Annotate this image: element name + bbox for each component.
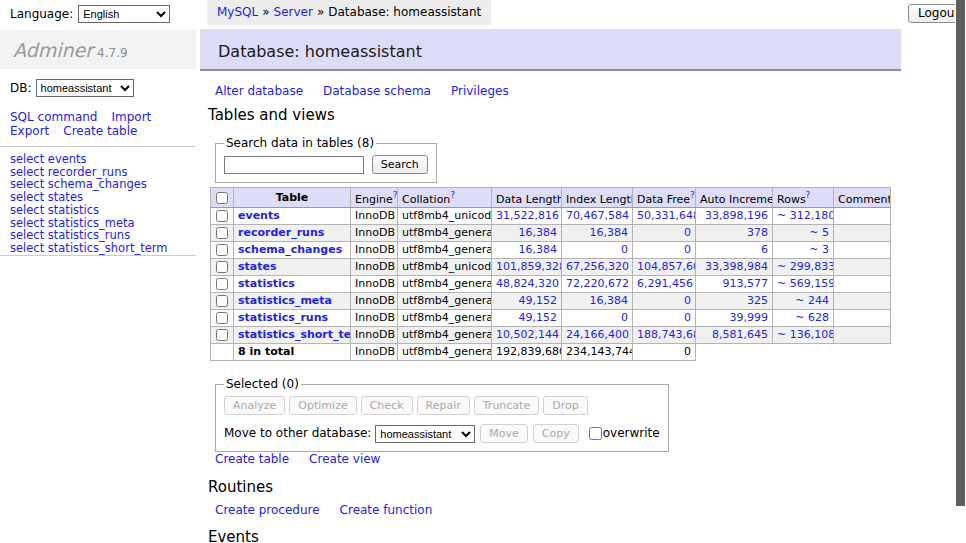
table-name-link[interactable]: schema_changes [238,243,342,256]
sidebar-link-import[interactable]: Import [111,110,151,124]
rows-link[interactable]: ~ 3 [809,243,829,256]
sidebar-select-link[interactable]: select statistics [10,204,167,217]
index-length-link[interactable]: 24,166,400 [566,328,629,341]
alter-database-link[interactable]: Alter database [215,84,303,98]
rows-link[interactable]: ~ 628 [795,311,829,324]
rows-link[interactable]: ~ 244 [795,294,829,307]
truncate-button[interactable]: Truncate [474,396,539,415]
sidebar-select-link[interactable]: select states [10,191,167,204]
auto-increment-link[interactable]: 6 [761,243,768,256]
auto-increment-link[interactable]: 913,577 [723,277,769,290]
table-name-link[interactable]: statistics_short_term [238,328,351,341]
collation-cell: utf8mb4_unicode_ci [398,207,492,224]
data-free-link[interactable]: 50,331,648 [637,209,696,222]
table-name-link[interactable]: statistics_meta [238,294,332,307]
index-length-link[interactable]: 67,256,320 [566,260,629,273]
total-engine: InnoDB [351,343,398,360]
sidebar-select-link[interactable]: select events [10,153,167,166]
copy-button[interactable]: Copy [533,424,579,443]
create-procedure-link[interactable]: Create procedure [215,503,320,517]
index-length-link[interactable]: 16,384 [590,226,629,239]
db-select[interactable]: homeassistant [36,79,134,97]
table-name-link[interactable]: statistics [238,277,295,290]
create-function-link[interactable]: Create function [340,503,433,517]
search-input[interactable] [224,156,364,174]
data-length-link[interactable]: 10,502,144 [496,328,559,341]
data-length-link[interactable]: 49,152 [519,311,558,324]
data-free-hint-link[interactable]: ? [690,190,695,200]
row-checkbox[interactable] [216,244,228,256]
auto-increment-link[interactable]: 325 [747,294,768,307]
search-button[interactable]: Search [372,155,428,174]
data-free-link[interactable]: 0 [684,243,691,256]
auto-increment-link[interactable]: 378 [747,226,768,239]
index-length-link[interactable]: 0 [621,311,628,324]
row-checkbox[interactable] [216,312,228,324]
breadcrumb-mysql-link[interactable]: MySQL [217,5,258,19]
index-length-link[interactable]: 72,220,672 [566,277,629,290]
index-length-link[interactable]: 70,467,584 [566,209,629,222]
collation-hint-link[interactable]: ? [450,190,455,200]
optimize-button[interactable]: Optimize [289,396,356,415]
data-free-link[interactable]: 0 [684,294,691,307]
auto-increment-link[interactable]: 39,999 [730,311,769,324]
rows-link[interactable]: ~ 299,833 [777,260,834,273]
table-name-link[interactable]: statistics_runs [238,311,328,324]
rows-hint-link[interactable]: ? [806,190,811,200]
rows-link[interactable]: ~ 136,108 [777,328,834,341]
data-free-link[interactable]: 0 [684,226,691,239]
index-length-link[interactable]: 0 [621,243,628,256]
data-length-link[interactable]: 49,152 [519,294,558,307]
data-free-link[interactable]: 0 [684,311,691,324]
privileges-link[interactable]: Privileges [451,84,509,98]
data-length-link[interactable]: 101,859,328 [496,260,562,273]
row-checkbox[interactable] [216,329,228,341]
repair-button[interactable]: Repair [417,396,470,415]
data-length-link[interactable]: 16,384 [519,226,558,239]
data-free-link[interactable]: 188,743,680 [637,328,696,341]
create-view-link[interactable]: Create view [309,452,380,466]
row-checkbox[interactable] [216,261,228,273]
move-database-select[interactable]: homeassistant [375,425,475,443]
move-button[interactable]: Move [480,424,528,443]
sidebar-link-create-table[interactable]: Create table [63,124,137,138]
index-length-link[interactable]: 16,384 [590,294,629,307]
table-name-link[interactable]: recorder_runs [238,226,324,239]
language-select[interactable]: English [78,5,170,23]
sidebar-select-link[interactable]: select statistics_short_term [10,242,167,255]
data-length-link[interactable]: 16,384 [519,243,558,256]
auto-increment-link[interactable]: 33,898,196 [705,209,768,222]
scrollbar-thumb[interactable] [956,0,965,506]
search-legend: Search data in tables (8) [224,136,376,150]
auto-increment-link[interactable]: 8,581,645 [712,328,768,341]
sidebar-link-export[interactable]: Export [10,124,49,138]
table-name-link[interactable]: states [238,260,277,273]
drop-button[interactable]: Drop [543,396,587,415]
create-table-link[interactable]: Create table [215,452,289,466]
row-checkbox[interactable] [216,210,228,222]
row-checkbox[interactable] [216,278,228,290]
row-checkbox[interactable] [216,295,228,307]
sidebar-link-sql-command[interactable]: SQL command [10,110,97,124]
database-action-links: Alter databaseDatabase schemaPrivileges [215,84,529,98]
engine-hint-link[interactable]: ? [393,190,398,200]
collation-cell: utf8mb4_unicode_ci [398,258,492,275]
analyze-button[interactable]: Analyze [224,396,285,415]
breadcrumb-server-link[interactable]: Server [274,5,313,19]
rows-link[interactable]: ~ 312,180 [777,209,834,222]
data-length-link[interactable]: 48,824,320 [496,277,559,290]
comment-cell [834,309,891,326]
page-scrollbar[interactable] [955,0,966,543]
data-length-link[interactable]: 31,522,816 [496,209,559,222]
select-all-checkbox[interactable] [216,192,228,204]
database-schema-link[interactable]: Database schema [323,84,431,98]
rows-link[interactable]: ~ 569,159 [777,277,834,290]
overwrite-checkbox[interactable] [589,427,602,440]
data-free-link[interactable]: 104,857,600 [637,260,696,273]
check-button[interactable]: Check [361,396,413,415]
rows-link[interactable]: ~ 5 [809,226,829,239]
table-name-link[interactable]: events [238,209,280,222]
data-free-link[interactable]: 6,291,456 [637,277,693,290]
row-checkbox[interactable] [216,227,228,239]
auto-increment-link[interactable]: 33,398,984 [705,260,768,273]
